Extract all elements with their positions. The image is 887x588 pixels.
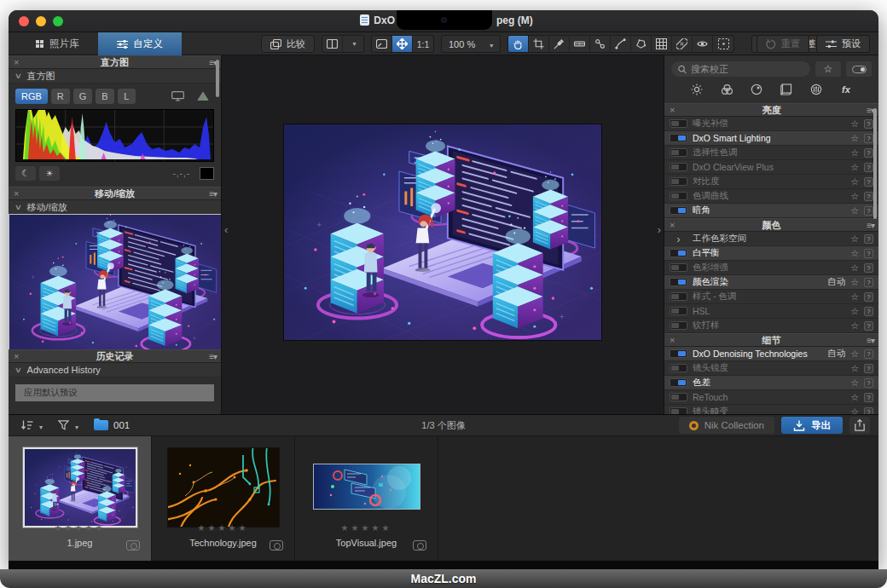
close-icon[interactable] <box>670 104 675 117</box>
color-gamut-button[interactable] <box>192 89 214 104</box>
tab-customize[interactable]: 自定义 <box>98 32 183 55</box>
reset-correction-icon[interactable] <box>864 192 873 201</box>
thumbnail-image[interactable] <box>313 464 420 510</box>
reset-correction-icon[interactable] <box>864 393 873 402</box>
reset-correction-icon[interactable] <box>864 206 873 216</box>
control-point-tool-button[interactable] <box>590 36 611 52</box>
correction-row[interactable]: 曝光补偿 <box>664 117 878 131</box>
correction-row[interactable]: 白平衡 <box>664 246 878 261</box>
thumbnail-image[interactable] <box>23 447 137 527</box>
histogram-section-toggle[interactable]: 直方图 <box>9 69 221 84</box>
correction-row[interactable]: 选择性色调 <box>664 146 878 160</box>
favorite-star-icon[interactable] <box>850 378 859 388</box>
channel-r-button[interactable]: R <box>51 89 70 104</box>
reset-correction-icon[interactable] <box>864 407 873 415</box>
favorite-star-icon[interactable] <box>850 393 859 402</box>
reset-correction-icon[interactable] <box>864 249 873 258</box>
horizon-tool-button[interactable] <box>570 36 590 52</box>
split-view-button[interactable] <box>322 36 343 52</box>
toggle-switch[interactable] <box>670 148 687 157</box>
local-category-button[interactable] <box>803 81 829 98</box>
palette-menu-icon[interactable] <box>867 219 874 232</box>
active-corrections-filter-button[interactable] <box>846 61 872 77</box>
reset-correction-icon[interactable] <box>864 263 873 273</box>
correction-row[interactable]: 暗角 <box>664 204 878 218</box>
palette-menu-icon[interactable] <box>867 334 874 347</box>
retouch-tool-button[interactable] <box>672 36 693 52</box>
thumbnail-cell-3[interactable]: ★★★★★ TopVisual.jpeg <box>295 436 438 561</box>
reset-correction-icon[interactable] <box>864 234 873 244</box>
channel-g-button[interactable]: G <box>73 89 93 104</box>
shadow-clipping-button[interactable] <box>15 166 36 181</box>
correction-row[interactable]: 工作色彩空间 <box>664 232 878 246</box>
search-corrections-input[interactable] <box>691 64 803 74</box>
toggle-switch[interactable] <box>670 263 687 272</box>
close-icon[interactable] <box>670 219 675 232</box>
toggle-switch[interactable] <box>670 119 687 128</box>
toggle-switch[interactable] <box>670 321 687 330</box>
sort-button[interactable] <box>17 418 47 434</box>
reset-correction-icon[interactable] <box>864 177 873 187</box>
crop-tool-button[interactable] <box>529 36 549 52</box>
favorite-star-icon[interactable] <box>850 364 859 373</box>
favorite-star-icon[interactable] <box>850 148 859 158</box>
effects-category-button[interactable]: fx <box>833 81 859 98</box>
navigator-section-toggle[interactable]: 移动/缩放 <box>9 200 221 215</box>
highlight-clipping-button[interactable] <box>39 166 60 181</box>
reset-button[interactable]: 重置 <box>757 35 809 53</box>
reset-correction-icon[interactable] <box>864 278 873 287</box>
favorite-star-icon[interactable] <box>850 119 859 129</box>
correction-row[interactable]: 镜头畸变 <box>664 405 878 414</box>
geometry-category-button[interactable] <box>774 81 799 98</box>
thumbnail-image[interactable] <box>167 447 280 527</box>
toggle-switch[interactable] <box>670 364 687 372</box>
favorite-star-icon[interactable] <box>850 177 859 187</box>
collapse-right-panel-icon[interactable] <box>658 224 661 235</box>
favorite-star-icon[interactable] <box>850 349 859 359</box>
palette-menu-icon[interactable] <box>209 187 217 200</box>
close-icon[interactable] <box>14 187 19 200</box>
history-section-toggle[interactable]: Advanced History <box>9 363 221 378</box>
favorite-star-icon[interactable] <box>850 321 859 331</box>
favorite-star-icon[interactable] <box>850 163 859 172</box>
favorite-star-icon[interactable] <box>850 134 859 143</box>
filter-button[interactable] <box>54 418 83 434</box>
favorite-star-icon[interactable] <box>850 249 859 258</box>
share-button[interactable] <box>849 417 870 434</box>
thumbnail-cell-2[interactable]: ★★★★★ Technology.jpeg <box>152 436 295 561</box>
close-icon[interactable] <box>14 350 19 363</box>
red-eye-tool-button[interactable] <box>693 36 713 52</box>
toggle-switch[interactable] <box>670 134 687 142</box>
right-panel-scrollbar[interactable] <box>873 108 877 219</box>
reset-correction-icon[interactable] <box>864 148 873 158</box>
correction-row[interactable]: 颜色渲染自动 <box>664 275 878 290</box>
white-balance-picker-button[interactable] <box>549 36 570 52</box>
reset-correction-icon[interactable] <box>864 321 873 331</box>
toggle-switch[interactable] <box>670 278 687 286</box>
nik-collection-button[interactable]: Nik Collection <box>679 417 774 434</box>
close-icon[interactable] <box>670 334 675 347</box>
correction-row[interactable]: 色差 <box>664 376 878 390</box>
palette-menu-icon[interactable] <box>209 350 217 363</box>
navigator-preview[interactable] <box>9 215 221 349</box>
toggle-switch[interactable] <box>670 206 687 215</box>
toggle-switch[interactable] <box>670 292 687 301</box>
control-line-tool-button[interactable] <box>611 36 631 52</box>
tab-photo-library[interactable]: 照片库 <box>17 32 98 55</box>
favorite-star-icon[interactable] <box>850 278 859 287</box>
favorite-star-icon[interactable] <box>850 192 859 201</box>
toggle-switch[interactable] <box>670 349 687 358</box>
monitor-gamut-button[interactable] <box>166 89 188 104</box>
toggle-switch[interactable] <box>670 249 687 257</box>
correction-row[interactable]: 对比度 <box>664 175 878 189</box>
left-panel-scrollbar[interactable] <box>216 60 219 97</box>
correction-row[interactable]: DxO Denoising Technologies自动 <box>664 347 878 361</box>
favorite-star-icon[interactable] <box>850 263 859 273</box>
correction-row[interactable]: DxO Smart Lighting <box>664 131 878 146</box>
toggle-switch[interactable] <box>670 307 687 315</box>
favorites-filter-button[interactable] <box>815 61 841 77</box>
image-canvas[interactable] <box>222 55 664 414</box>
reset-correction-icon[interactable] <box>864 119 873 129</box>
reset-correction-icon[interactable] <box>864 134 873 143</box>
hand-tool-button[interactable] <box>508 36 529 52</box>
